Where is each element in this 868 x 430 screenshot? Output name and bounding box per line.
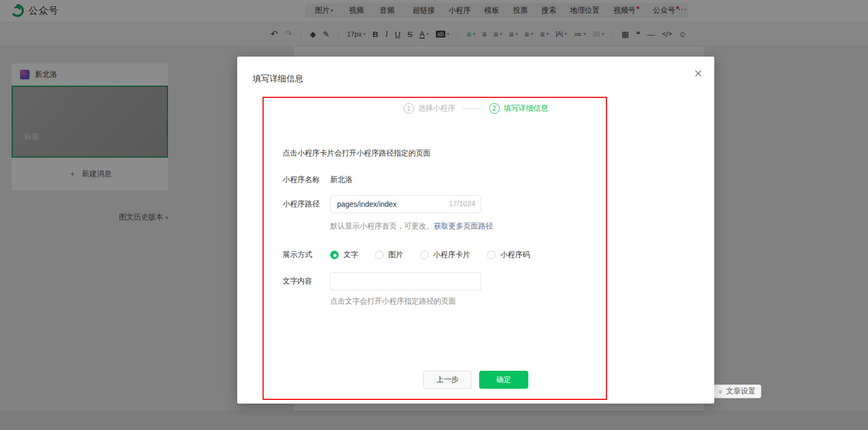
step-1: 1 选择小程序 [404,103,455,114]
mini-program-name-row: 小程序名称 新北洛 [283,175,352,185]
text-content-input[interactable] [330,272,481,290]
get-more-paths-link[interactable]: 获取更多页面路径 [434,222,493,230]
previous-step-button[interactable]: 上一步 [423,371,472,389]
text-content-label: 文字内容 [283,277,330,286]
dialog-intro-text: 点击小程序卡片会打开小程序路径指定的页面 [283,149,431,158]
confirm-button[interactable]: 确定 [479,371,528,389]
name-label: 小程序名称 [283,175,330,185]
radio-icon [487,251,496,259]
path-hint-text: 默认显示小程序首页，可更改。 [330,222,434,230]
text-content-row: 文字内容 [283,272,481,290]
annotation-rectangle [263,97,607,400]
radio-label: 小程序码 [500,250,530,260]
article-settings-button[interactable]: » 文章设置 [713,385,761,398]
step-indicator: 1 选择小程序 2 填写详细信息 [237,103,714,114]
path-char-counter: 17/1024 [449,199,475,208]
radio-icon [330,251,339,259]
display-mode-label: 展示方式 [283,250,330,260]
step-1-label: 选择小程序 [418,104,455,113]
display-mode-row: 展示方式 文字图片小程序卡片小程序码 [283,250,530,260]
step-2-label: 填写详细信息 [504,104,548,113]
mini-program-dialog: 填写详细信息 ✕ 1 选择小程序 2 填写详细信息 点击小程序卡片会打开小程序路… [237,57,714,404]
radio-icon [375,251,384,259]
radio-label: 文字 [343,250,358,260]
double-chevron-down-icon: » [717,389,724,393]
display-option-小程序码[interactable]: 小程序码 [487,250,530,260]
display-option-小程序卡片[interactable]: 小程序卡片 [420,250,470,260]
display-option-文字[interactable]: 文字 [330,250,358,260]
text-content-hint: 点击文字会打开小程序指定路径的页面 [330,297,456,306]
radio-icon [420,251,428,259]
dialog-title: 填写详细信息 [253,74,303,85]
name-value: 新北洛 [330,175,352,185]
step-1-circle: 1 [404,103,414,114]
step-2-circle: 2 [489,103,500,114]
radio-label: 图片 [388,250,403,260]
radio-label: 小程序卡片 [433,250,470,260]
text-input-wrap [330,272,481,290]
close-icon[interactable]: ✕ [694,67,703,80]
path-hint: 默认显示小程序首页，可更改。获取更多页面路径 [330,222,493,231]
dialog-buttons: 上一步 确定 [237,371,714,389]
mini-program-path-row: 小程序路径 17/1024 [283,195,481,213]
path-label: 小程序路径 [283,199,330,209]
step-2: 2 填写详细信息 [489,103,548,114]
path-input-wrap: 17/1024 [330,195,481,213]
step-connector [463,108,482,109]
page: 公众号 图片▾视频▾音频▾ 超链接▾小程序▾模板▾投票▾搜索▾地理位置▾视频号▾… [0,0,868,430]
display-mode-options: 文字图片小程序卡片小程序码 [330,250,530,260]
display-option-图片[interactable]: 图片 [375,250,403,260]
article-settings-label: 文章设置 [726,387,755,396]
